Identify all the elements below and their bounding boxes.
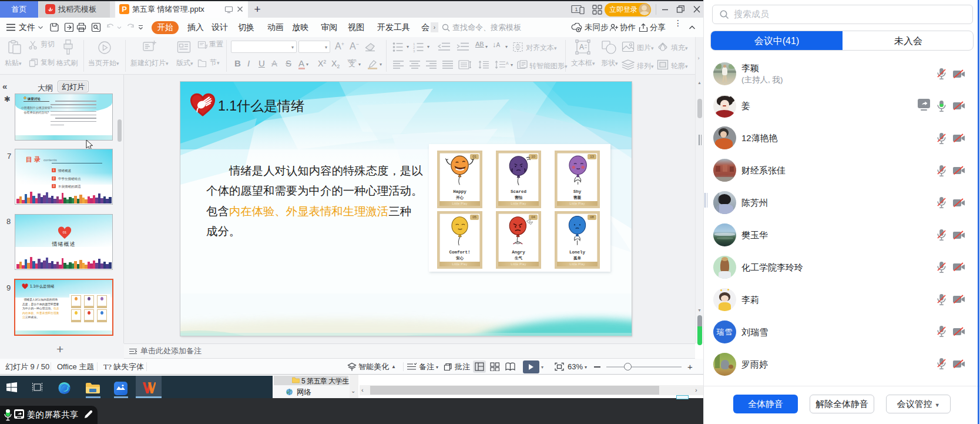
svg-text:01: 01 <box>63 231 67 234</box>
svg-text:1: 1 <box>575 6 578 12</box>
svg-text:A: A <box>506 61 509 65</box>
svg-text:A: A <box>579 43 584 51</box>
svg-text:3: 3 <box>413 49 415 53</box>
